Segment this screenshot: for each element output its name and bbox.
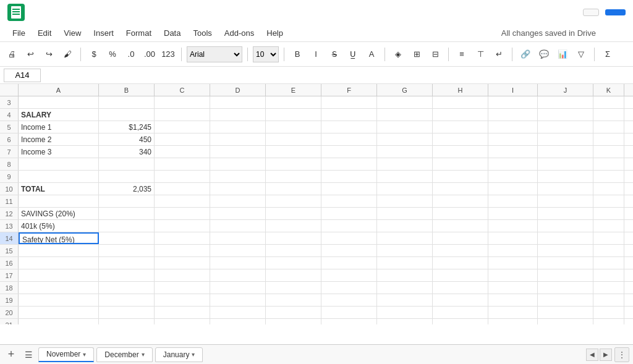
cell[interactable] (488, 171, 538, 182)
cell[interactable] (433, 171, 488, 182)
cell[interactable] (377, 146, 433, 158)
cell[interactable] (488, 294, 538, 306)
col-header-C[interactable]: C (155, 84, 210, 96)
cell[interactable] (538, 307, 593, 318)
cell[interactable] (538, 146, 593, 158)
cell[interactable] (593, 269, 624, 281)
cell[interactable] (593, 183, 624, 195)
cell[interactable] (538, 183, 593, 195)
cell[interactable] (433, 269, 488, 281)
cell[interactable] (210, 319, 266, 324)
cell[interactable] (321, 282, 377, 294)
cell[interactable] (321, 269, 377, 281)
cell[interactable] (433, 121, 488, 133)
sheet-tab-january[interactable]: January▾ (155, 347, 203, 362)
cell[interactable] (593, 171, 624, 182)
redo-btn[interactable]: ↪ (41, 46, 57, 62)
cell[interactable]: 450 (99, 133, 155, 145)
cell[interactable] (19, 294, 99, 306)
cell[interactable] (538, 133, 593, 145)
cell[interactable] (210, 220, 266, 232)
cell[interactable] (19, 282, 99, 294)
cell[interactable]: TOTAL (19, 183, 99, 195)
cell[interactable] (593, 307, 624, 318)
cell[interactable] (377, 109, 433, 121)
cell[interactable] (593, 133, 624, 145)
col-header-H[interactable]: H (433, 84, 488, 96)
cell[interactable] (266, 158, 321, 170)
cell[interactable] (19, 171, 99, 182)
cell[interactable] (488, 220, 538, 232)
cell[interactable] (210, 282, 266, 294)
cell[interactable] (321, 232, 377, 244)
filter-btn[interactable]: ▽ (573, 46, 589, 62)
bold-btn[interactable]: B (289, 46, 305, 62)
cell[interactable] (155, 146, 210, 158)
decimal-more-btn[interactable]: .00 (142, 46, 158, 62)
cell[interactable] (433, 146, 488, 158)
cell[interactable] (210, 208, 266, 219)
v-align-btn[interactable]: ⊤ (472, 46, 488, 62)
cell[interactable] (538, 319, 593, 324)
cell[interactable] (266, 294, 321, 306)
cell[interactable]: SALARY (19, 109, 99, 121)
cell[interactable] (210, 158, 266, 170)
cell[interactable] (538, 158, 593, 170)
cell[interactable] (99, 96, 155, 108)
cell[interactable] (538, 208, 593, 219)
strikethrough-btn[interactable]: S̶ (326, 46, 342, 62)
cell[interactable] (99, 158, 155, 170)
cell[interactable] (488, 195, 538, 207)
cell[interactable]: 401k (5%) (19, 220, 99, 232)
font-select[interactable]: Arial (187, 46, 242, 62)
cell[interactable] (155, 183, 210, 195)
cell[interactable] (266, 96, 321, 108)
cell[interactable] (377, 257, 433, 269)
font-size-select[interactable]: 10 (253, 46, 279, 62)
cell[interactable] (593, 208, 624, 219)
col-header-E[interactable]: E (266, 84, 321, 96)
cell[interactable] (155, 257, 210, 269)
cell[interactable] (321, 319, 377, 324)
cell[interactable] (488, 146, 538, 158)
cell[interactable] (377, 158, 433, 170)
col-header-B[interactable]: B (99, 84, 155, 96)
cell[interactable] (155, 282, 210, 294)
cell[interactable] (321, 146, 377, 158)
cell[interactable] (377, 183, 433, 195)
cell[interactable] (99, 195, 155, 207)
cell[interactable] (210, 307, 266, 318)
underline-btn[interactable]: U̲ (345, 46, 361, 62)
cell[interactable] (377, 208, 433, 219)
cell[interactable] (19, 158, 99, 170)
cell[interactable] (593, 257, 624, 269)
cell[interactable] (433, 232, 488, 244)
cell[interactable] (210, 269, 266, 281)
cell[interactable] (321, 183, 377, 195)
cell[interactable]: Income 1 (19, 121, 99, 133)
cell[interactable] (433, 220, 488, 232)
cell[interactable] (488, 257, 538, 269)
format-btn[interactable]: 123 (160, 46, 176, 62)
cell[interactable] (538, 294, 593, 306)
cell[interactable] (593, 109, 624, 121)
cell[interactable] (321, 220, 377, 232)
cell[interactable] (99, 220, 155, 232)
cell[interactable] (210, 232, 266, 244)
cell[interactable] (433, 195, 488, 207)
cell[interactable] (433, 96, 488, 108)
link-btn[interactable]: 🔗 (517, 46, 533, 62)
cell[interactable] (99, 319, 155, 324)
cell[interactable] (210, 96, 266, 108)
col-header-I[interactable]: I (488, 84, 538, 96)
cell[interactable] (155, 109, 210, 121)
cell[interactable] (155, 133, 210, 145)
cell[interactable] (266, 307, 321, 318)
cell[interactable] (155, 171, 210, 182)
cell[interactable] (99, 257, 155, 269)
menu-item-insert[interactable]: Insert (87, 26, 120, 40)
cell[interactable] (488, 269, 538, 281)
cell[interactable] (433, 282, 488, 294)
cell[interactable] (433, 208, 488, 219)
cell[interactable] (266, 245, 321, 256)
